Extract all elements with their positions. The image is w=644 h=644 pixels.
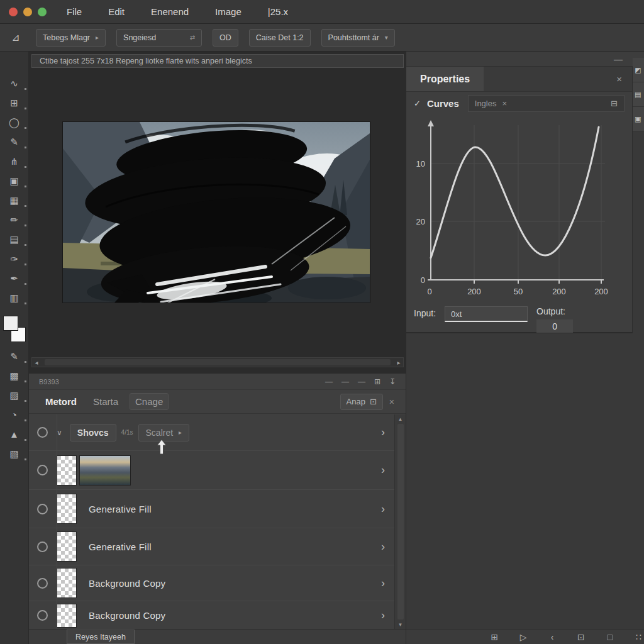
foreground-color-swatch[interactable] (3, 316, 18, 331)
palette-tool-icon[interactable]: ▥ (5, 291, 24, 305)
menu-enenend[interactable]: Enenend (151, 6, 189, 17)
dock-panel-icon-2[interactable]: ▤ (633, 82, 644, 107)
chevron-right-icon[interactable]: › (381, 540, 385, 553)
input-field[interactable]: 0xt (445, 306, 528, 322)
visibility-toggle[interactable] (37, 610, 48, 621)
layer-mask-thumbnail[interactable] (57, 568, 77, 598)
cd-button[interactable]: Caise Det 1:2 (249, 29, 311, 47)
chevron-right-icon[interactable]: › (381, 609, 385, 622)
play-icon[interactable]: ▷ (518, 632, 529, 642)
crop-tool-icon[interactable]: ⊿ (6, 31, 25, 43)
layer-mask-thumbnail[interactable] (57, 494, 77, 524)
close-icon[interactable]: × (616, 74, 622, 84)
frame-tool-icon[interactable]: ▣ (5, 174, 24, 188)
marquee-tool-icon[interactable]: ⊞ (5, 96, 24, 110)
camera-tool-icon[interactable]: ▩ (5, 369, 24, 383)
layer-thumbnail[interactable] (79, 455, 131, 486)
chevron-down-icon[interactable]: ∨ (57, 428, 62, 437)
visibility-toggle[interactable] (37, 541, 48, 552)
dock-panel-icon-1[interactable]: ◩ (633, 58, 644, 82)
minimize-icon[interactable]: — (358, 377, 365, 386)
minimize-window-button[interactable] (23, 8, 32, 16)
menu-file[interactable]: File (67, 6, 82, 17)
scalret-button[interactable]: Scalret ▸ (138, 424, 190, 441)
curves-preset-dropdown[interactable]: Ingles × ⊟ (468, 95, 625, 112)
menu-image[interactable]: Image (215, 6, 242, 17)
visibility-toggle[interactable] (37, 578, 48, 589)
collapse-icon[interactable]: ↧ (389, 377, 396, 386)
od-button[interactable]: OD (213, 29, 238, 47)
document-canvas[interactable] (63, 122, 370, 303)
shovcs-button[interactable]: Shovcs (70, 424, 116, 441)
fill-dropdown[interactable]: Pouhtsttomt ár ▾ (321, 29, 395, 47)
chevron-right-icon[interactable]: › (381, 426, 385, 439)
horizontal-scrollbar[interactable]: ◂ ▸ (31, 357, 404, 367)
pen-tool-icon[interactable]: ✎ (5, 135, 24, 149)
close-icon[interactable]: × (389, 397, 394, 407)
vertical-scrollbar[interactable]: ▴ ▾ (394, 414, 406, 629)
tab-starta[interactable]: Starta (88, 394, 123, 409)
layer-mask-thumbnail[interactable] (57, 455, 77, 486)
brush-tool-icon[interactable]: ✏ (5, 213, 24, 227)
panel-tool-icon[interactable]: ▤ (5, 233, 24, 247)
chevron-left-icon[interactable]: ‹ (547, 632, 558, 642)
layer-row[interactable]: Generative Fill › (29, 528, 394, 565)
horizontal-scrollbar-track[interactable] (45, 359, 391, 365)
notes-icon[interactable]: ▧ (5, 447, 24, 461)
clear-icon[interactable]: × (502, 99, 507, 108)
dock-panel-icon-3[interactable]: ▣ (633, 107, 644, 131)
grid-icon[interactable]: ⊞ (374, 377, 380, 386)
boxed-minus-icon[interactable]: ⊟ (611, 99, 618, 108)
chevron-right-icon[interactable]: › (381, 577, 385, 590)
pen-variant-tool-icon[interactable]: ✑ (5, 252, 24, 266)
visibility-toggle[interactable] (37, 427, 48, 438)
visibility-toggle[interactable] (37, 465, 48, 475)
chevron-right-icon[interactable]: › (381, 464, 385, 477)
scroll-down-icon[interactable]: ▾ (399, 621, 402, 628)
status-button[interactable]: Reyes Itayeeh (67, 630, 135, 644)
mask-icon[interactable]: ◔ (5, 408, 24, 422)
anap-button[interactable]: Anap ⊡ (340, 394, 383, 410)
grid-tool-icon[interactable]: ▦ (5, 194, 24, 208)
square-icon[interactable]: □ (604, 632, 615, 642)
minimize-icon[interactable]: — (614, 54, 623, 64)
minimize-icon[interactable]: — (341, 377, 349, 386)
layer-controls-row[interactable]: ∨ Shovcs 4/1s Scalret ▸ › (29, 414, 394, 451)
tab-cnage[interactable]: Cnage (130, 393, 169, 410)
ellipse-tool-icon[interactable]: ◯ (5, 116, 24, 130)
check-icon[interactable]: ✓ (414, 99, 421, 108)
menu-edit[interactable]: Edit (108, 6, 125, 17)
tab-metord[interactable]: Metord (40, 394, 82, 409)
layer-row-image[interactable]: › (29, 451, 394, 490)
close-window-button[interactable] (9, 8, 18, 16)
layer-row[interactable]: Generative Fill › (29, 490, 394, 528)
scroll-left-icon[interactable]: ◂ (32, 359, 41, 366)
scroll-up-icon[interactable]: ▴ (399, 416, 402, 422)
menu-view[interactable]: |25.x (268, 6, 288, 17)
visibility-toggle[interactable] (37, 504, 48, 514)
tone-curve[interactable] (431, 127, 599, 258)
landscape-icon[interactable]: ▲ (5, 428, 24, 441)
boxed-icon[interactable]: ⊡ (575, 632, 586, 642)
layer-mask-thumbnail[interactable] (57, 531, 77, 562)
layer-row[interactable]: Background Copy › (29, 601, 394, 629)
scroll-right-icon[interactable]: ▸ (394, 359, 403, 366)
curves-graph[interactable]: 10 20 0 0 200 50 200 200 (409, 118, 628, 301)
mode-input[interactable]: Sngeiesd ⇄ (116, 29, 202, 47)
minimize-icon[interactable]: — (325, 377, 333, 386)
maximize-window-button[interactable] (38, 8, 47, 16)
output-field[interactable]: 0 (536, 319, 573, 333)
adjust-panel-icon[interactable]: ▨ (5, 389, 24, 402)
tab-properties[interactable]: Properties (406, 67, 484, 91)
puppet-tool-icon[interactable]: ⋔ (5, 155, 24, 169)
vertical-scrollbar-track[interactable] (397, 424, 404, 619)
grid-icon[interactable]: ⊞ (489, 632, 500, 642)
link-tool-icon[interactable]: ✎ (5, 350, 24, 364)
dots-icon[interactable]: ∷ (633, 632, 644, 642)
layer-mask-thumbnail[interactable] (57, 604, 77, 628)
ink-pen-tool-icon[interactable]: ✒ (5, 272, 24, 286)
swap-icon[interactable]: ⇄ (190, 34, 195, 41)
layer-row[interactable]: Background Copy › (29, 565, 394, 601)
lasso-tool-icon[interactable]: ∿ (5, 77, 24, 91)
chevron-right-icon[interactable]: › (381, 502, 385, 516)
